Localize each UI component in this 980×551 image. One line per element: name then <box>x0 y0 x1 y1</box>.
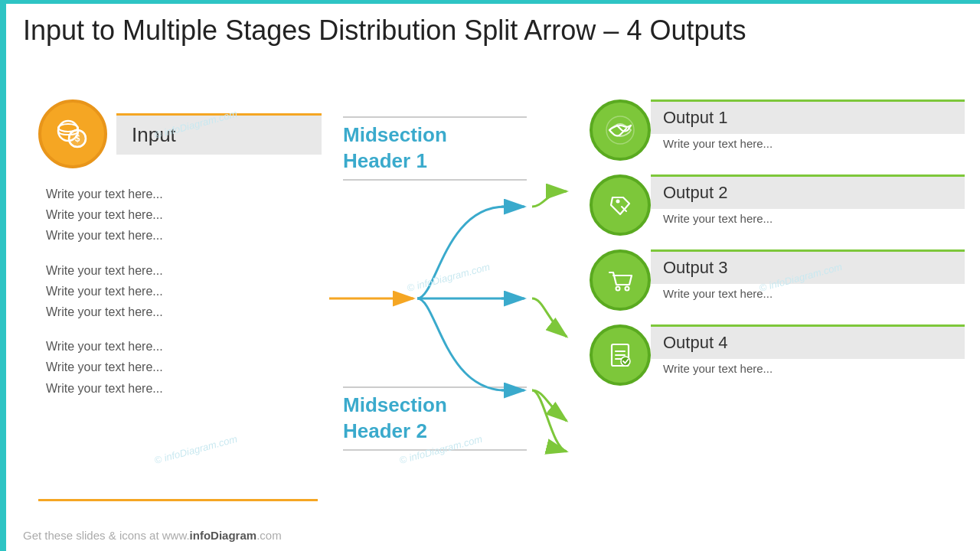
output-3-circle <box>590 249 651 311</box>
input-text-2-2: Write your text here... <box>46 281 322 302</box>
input-text-group-1: Write your text here... Write your text … <box>46 184 322 246</box>
top-accent-bar <box>0 0 980 4</box>
output-1-label: Output 1 <box>651 99 965 134</box>
output-4-label: Output 4 <box>651 324 965 359</box>
output-3-content: Output 3 Write your text here... <box>651 249 965 303</box>
output-2-text: Write your text here... <box>651 209 965 228</box>
output-item-2: Output 2 Write your text here... <box>590 174 965 236</box>
output-4-content: Output 4 Write your text here... <box>651 324 965 378</box>
output-2-content: Output 2 Write your text here... <box>651 174 965 228</box>
svg-point-20 <box>621 357 630 366</box>
input-text-1-1: Write your text here... <box>46 184 322 204</box>
footer-text: Get these slides & icons at www. <box>23 529 190 542</box>
footer-brand: infoDiagram <box>190 529 257 542</box>
input-bottom-line <box>38 499 318 501</box>
output-3-text: Write your text here... <box>651 284 965 303</box>
input-section: $ Input Write your text here... Write yo… <box>38 99 322 412</box>
cart-icon <box>603 263 637 297</box>
input-text-3-1: Write your text here... <box>46 336 322 357</box>
svg-text:$: $ <box>75 133 80 144</box>
svg-point-14 <box>616 287 620 291</box>
watermark-3: © infoDiagram.com <box>153 433 239 466</box>
page-title: Input to Multiple Stages Distribution Sp… <box>23 14 965 47</box>
output-1-content: Output 1 Write your text here... <box>651 99 965 153</box>
outputs-section: Output 1 Write your text here... Output … <box>590 99 965 399</box>
output-item-3: Output 3 Write your text here... <box>590 249 965 311</box>
arrow-diagram <box>329 145 597 467</box>
input-text-3-2: Write your text here... <box>46 357 322 377</box>
input-text-3-3: Write your text here... <box>46 378 322 399</box>
output-4-circle <box>590 324 651 386</box>
svg-point-13 <box>616 200 620 204</box>
output-2-label: Output 2 <box>651 174 965 209</box>
coins-icon: $ <box>53 114 93 154</box>
svg-point-15 <box>626 287 629 291</box>
handshake-icon <box>603 113 637 147</box>
input-text-group-3: Write your text here... Write your text … <box>46 336 322 399</box>
output-3-label: Output 3 <box>651 249 965 284</box>
input-text-1-3: Write your text here... <box>46 225 322 246</box>
input-row: $ Input <box>38 99 322 168</box>
output-4-text: Write your text here... <box>651 359 965 378</box>
input-label: Input <box>116 113 322 155</box>
footer-suffix: .com <box>256 529 282 542</box>
input-text-groups: Write your text here... Write your text … <box>38 184 322 399</box>
input-text-2-1: Write your text here... <box>46 260 322 281</box>
output-item-1: Output 1 Write your text here... <box>590 99 965 161</box>
output-item-4: Output 4 Write your text here... <box>590 324 965 386</box>
input-text-group-2: Write your text here... Write your text … <box>46 260 322 323</box>
output-1-circle <box>590 99 651 161</box>
mid-divider-top-1 <box>343 116 527 118</box>
input-text-1-2: Write your text here... <box>46 204 322 225</box>
input-icon-circle: $ <box>38 99 107 168</box>
document-icon <box>603 338 637 372</box>
footer: Get these slides & icons at www.infoDiag… <box>23 529 282 542</box>
output-2-circle <box>590 174 651 236</box>
left-accent-bar <box>0 0 6 551</box>
tag-icon <box>603 188 637 222</box>
input-text-2-3: Write your text here... <box>46 302 322 322</box>
output-1-text: Write your text here... <box>651 134 965 153</box>
